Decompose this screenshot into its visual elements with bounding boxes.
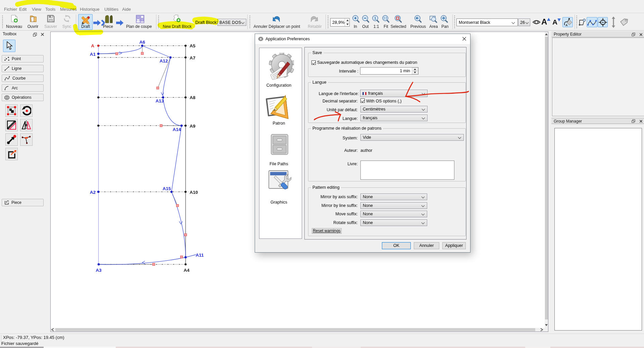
svg-text:A11: A11: [196, 253, 204, 258]
svg-text:A4: A4: [184, 268, 190, 273]
svg-text:A1: A1: [90, 52, 96, 57]
svg-text:A15: A15: [163, 186, 171, 191]
svg-text:A2: A2: [90, 190, 96, 195]
svg-text:A14: A14: [173, 127, 181, 132]
svg-text:A: A: [91, 43, 94, 48]
svg-text:A6: A6: [139, 40, 145, 45]
svg-text:A: A: [565, 24, 568, 27]
svg-text:A10: A10: [190, 190, 198, 195]
svg-text:A12: A12: [160, 58, 168, 63]
svg-text:A9: A9: [190, 124, 195, 129]
svg-text:A3: A3: [96, 268, 102, 273]
svg-text:A7: A7: [190, 55, 195, 60]
svg-text:A5: A5: [190, 43, 196, 48]
svg-text:1: 1: [374, 16, 376, 20]
svg-text:A13: A13: [156, 98, 164, 103]
svg-text:A8: A8: [190, 95, 196, 100]
